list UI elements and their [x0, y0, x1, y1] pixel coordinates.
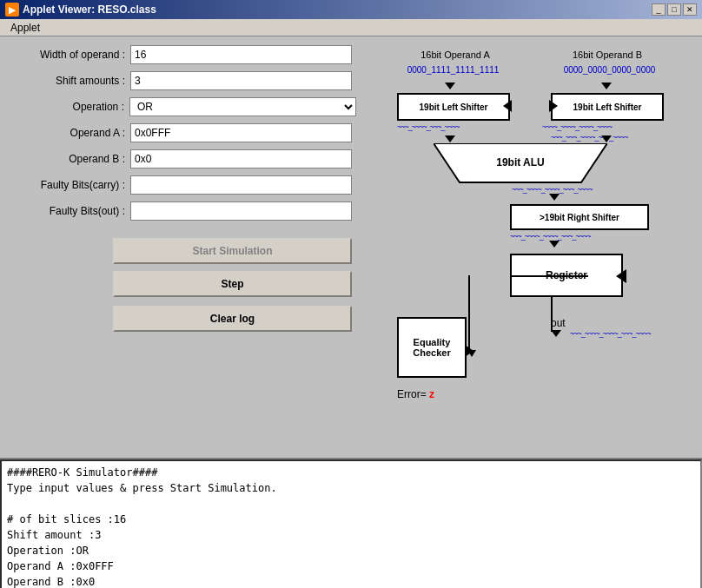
arrow-into-right-shifter [549, 194, 560, 201]
arrow-into-eq [465, 345, 474, 357]
out-arrow [551, 330, 561, 337]
error-area: Error= z [397, 388, 434, 400]
error-value: z [429, 388, 434, 400]
log-line-3: # of bit slices :16 [7, 512, 695, 527]
wire-label-b: ~~~~_~~~~_~~~~_~~~~ [542, 122, 664, 131]
log-line-4: Shift amount :3 [7, 527, 695, 543]
wire-label-alu-out: ~~~_~~~~_~~~~_~~~_~~~~ [512, 185, 668, 194]
wire-register-to-eq [510, 275, 588, 277]
shifter-a-input-arrow [503, 100, 512, 112]
faulty-bits-carry-input[interactable] [130, 175, 352, 195]
faulty-bits-out-label: Faulty Bits(out) : [9, 205, 130, 217]
window-controls: _ □ ✕ [652, 3, 697, 16]
maximize-button[interactable]: □ [667, 3, 681, 16]
arrow-into-alu-b [601, 135, 612, 142]
equality-checker-label: Equality Checker [403, 337, 460, 358]
shifter-b-input-arrow [549, 100, 558, 112]
equality-checker-box: Equality Checker [397, 317, 467, 378]
menu-applet[interactable]: Applet [3, 22, 47, 34]
step-button[interactable]: Step [113, 271, 352, 297]
operand-b-row: Operand B : [9, 149, 356, 168]
menu-bar: Applet [0, 19, 702, 36]
operation-row: Operation : OR AND XOR [9, 97, 356, 116]
left-panel: Width of operand : Shift amounts : Opera… [9, 45, 356, 449]
operand-b-bits: 0000_0000_0000_0000 [546, 65, 672, 75]
log-line-1: Type input values & press Start Simulati… [7, 480, 695, 496]
left-shifter-a: 19bit Left Shifter [397, 93, 510, 121]
operand-b-label: Operand B : [9, 153, 130, 165]
arrow-into-alu-a [445, 135, 455, 142]
log-line-0: ####RERO-K Simulator#### [7, 465, 695, 480]
clear-log-button[interactable]: Clear log [113, 306, 352, 332]
log-line-7: Operand B :0x0 [7, 574, 695, 588]
operand-a-row: Operand A : [9, 123, 356, 142]
error-label: Error= [397, 388, 427, 400]
log-line-2 [7, 496, 695, 512]
window-title: Applet Viewer: RESO.class [23, 3, 156, 16]
out-wire-v [551, 297, 553, 332]
faulty-bits-out-input[interactable] [130, 202, 352, 221]
circuit-diagram: 16bit Operand A 16bit Operand B 0000_111… [381, 50, 677, 414]
operand-a-bits: 0000_1111_1111_1111 [390, 65, 516, 75]
width-of-operand-label: Width of operand : [9, 49, 130, 61]
right-shifter-label: >19bit Right Shifter [540, 213, 619, 222]
operand-b-label: 16bit Operand B [551, 50, 664, 60]
operand-a-label: Operand A : [9, 127, 130, 139]
width-of-operand-input[interactable] [130, 45, 352, 64]
operation-select[interactable]: OR AND XOR [129, 97, 356, 116]
register-clock-arrow [616, 269, 626, 283]
operand-a-label: 16bit Operand A [399, 50, 512, 60]
alu-shape: 19bit ALU [434, 143, 607, 183]
log-line-6: Operand A :0x0FFF [7, 558, 695, 574]
out-label: out [551, 317, 566, 329]
svg-text:19bit ALU: 19bit ALU [496, 156, 545, 168]
wire-down-to-eq [468, 275, 470, 352]
shift-amounts-row: Shift amounts : [9, 71, 356, 90]
right-panel: 16bit Operand A 16bit Operand B 0000_111… [365, 45, 693, 449]
arrow-b [601, 83, 612, 89]
faulty-bits-carry-label: Faulty Bits(carry) : [9, 179, 130, 191]
operand-a-input[interactable] [130, 123, 352, 142]
right-shifter-box: >19bit Right Shifter [510, 204, 649, 230]
app-icon: ▶ [5, 3, 19, 17]
arrow-to-register [549, 241, 560, 248]
wire-label-right-shifter-out: ~~~_~~~~_~~~~_~~~_~~~~ [510, 232, 649, 241]
arrow-a [445, 83, 455, 89]
minimize-button[interactable]: _ [652, 3, 666, 16]
faulty-bits-carry-row: Faulty Bits(carry) : [9, 175, 356, 195]
main-content: Width of operand : Shift amounts : Opera… [0, 36, 702, 458]
wire-label-a: ~~~_~~~~_~~~_~~~~ [397, 122, 510, 131]
start-simulation-button[interactable]: Start Simulation [113, 238, 352, 264]
log-panel[interactable]: ####RERO-K Simulator#### Type input valu… [0, 459, 702, 588]
wire-label-out: ~~~_~~~~_~~~~_~~~_~~~~ [570, 329, 651, 338]
shift-amounts-input[interactable] [130, 71, 352, 90]
log-line-5: Operation :OR [7, 543, 695, 558]
shift-amounts-label: Shift amounts : [9, 75, 130, 87]
width-of-operand-row: Width of operand : [9, 45, 356, 64]
faulty-bits-out-row: Faulty Bits(out) : [9, 202, 356, 221]
close-button[interactable]: ✕ [683, 3, 697, 16]
operation-label: Operation : [9, 101, 129, 113]
log-container: ####RERO-K Simulator#### Type input valu… [0, 458, 702, 588]
title-bar: ▶ Applet Viewer: RESO.class _ □ ✕ [0, 0, 702, 19]
left-shifter-b: 19bit Left Shifter [551, 93, 664, 121]
operand-b-input[interactable] [130, 149, 352, 168]
